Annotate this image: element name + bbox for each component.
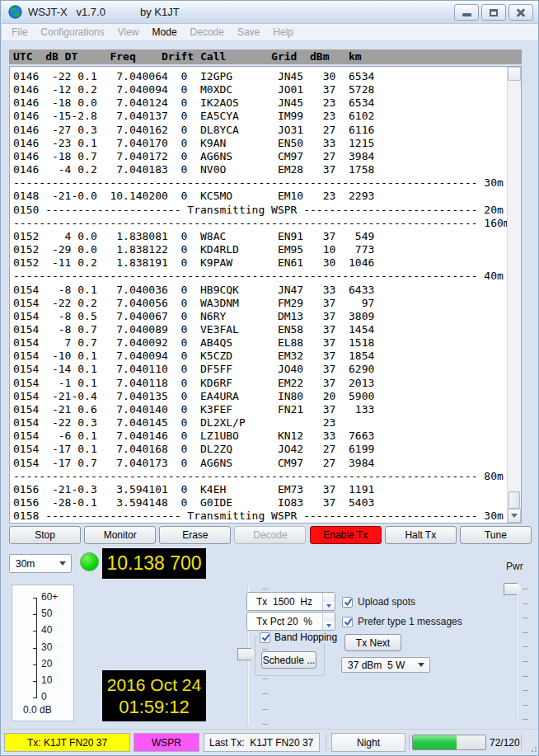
decode-line: 0154 -8 0.5 7.040067 0 N6RY DM13 37 3809 <box>13 310 510 323</box>
wsjtx-window: WSJT-X v1.7.0 by K1JT FileConfigurations… <box>0 0 539 756</box>
power-selector[interactable]: 37 dBm 5 W <box>341 657 430 673</box>
status-bar: Tx: K1JT FN20 37 WSPR Last Tx: K1JT FN20… <box>2 729 539 754</box>
meter-tick-label: 40 <box>41 625 52 636</box>
main-button-row: StopMonitorEraseDecodeEnable TxHalt TxTu… <box>9 526 532 544</box>
chevron-down-icon <box>59 561 66 566</box>
minimize-icon <box>462 13 471 16</box>
slider-tick <box>523 603 528 604</box>
period-panel: Night <box>331 733 405 752</box>
decode-line: 0154 -22 0.3 7.040145 0 DL2XL/P 23 <box>13 416 510 430</box>
decode-line: 0146 -27 0.3 7.040162 0 DL8YCA JO31 27 6… <box>13 124 510 137</box>
decode-line: 0152 -11 0.2 1.838191 0 K9PAW EN61 30 10… <box>13 256 510 270</box>
scrollbar-thumb[interactable] <box>509 491 520 509</box>
menu-bar: FileConfigurationsViewModeDecodeSaveHelp <box>2 24 539 41</box>
slider-tick <box>523 690 528 691</box>
status-divider <box>521 734 522 750</box>
decode-line: 0154 -22 0.2 7.040056 0 WA3DNM FM29 37 9… <box>13 297 510 310</box>
decode-line: 0152 4 0.0 1.838081 0 W8AC EN91 37 549 <box>13 230 510 243</box>
decode-line: 0146 -12 0.2 7.040094 0 M0XDC JO01 37 57… <box>13 83 510 96</box>
band-selector[interactable]: 30m <box>9 554 72 573</box>
enable-tx-button[interactable]: Enable Tx <box>310 526 382 544</box>
band-selector-value: 30m <box>16 558 35 570</box>
menu-mode[interactable]: Mode <box>146 24 184 40</box>
spin-up-button[interactable] <box>323 613 335 622</box>
chevron-down-icon <box>418 663 424 667</box>
tx-next-button[interactable]: Tx Next <box>344 634 401 651</box>
slider-tick <box>523 646 528 647</box>
rx-level-meter: 60+50403020100 0.0 dB <box>12 585 74 721</box>
band-hopping-label: Band Hopping <box>274 632 337 643</box>
pwr-slider-handle[interactable] <box>504 583 523 595</box>
decode-line: 0156 -21-0.3 3.594101 0 K4EH EM73 37 119… <box>13 483 510 496</box>
decode-line: 0154 7 0.7 7.040092 0 AB4QS EL88 37 1518 <box>13 336 510 350</box>
resize-grip[interactable] <box>528 744 537 752</box>
upload-spots-row: Upload spots <box>342 596 415 608</box>
menu-help[interactable]: Help <box>266 24 300 40</box>
decode-line: 0146 -18 0.7 7.040172 0 AG6NS CM97 27 39… <box>13 150 510 163</box>
monitor-button[interactable]: Monitor <box>84 526 156 544</box>
vertical-scrollbar[interactable] <box>507 67 521 523</box>
close-button[interactable] <box>509 4 533 21</box>
transmit-line: 0150 --------------------- Transmitting … <box>13 204 510 217</box>
decode-line: 0154 -10 0.1 7.040094 0 K5CZD EM32 37 18… <box>13 350 510 363</box>
meter-tick-label: 30 <box>41 642 52 653</box>
menu-view[interactable]: View <box>111 24 146 40</box>
maximize-button[interactable] <box>481 4 506 21</box>
maximize-icon <box>490 9 498 16</box>
menu-decode[interactable]: Decode <box>184 24 231 40</box>
window-controls <box>454 4 533 21</box>
spin-up-button[interactable] <box>323 593 335 602</box>
window-title-app: WSJT-X v1.7.0 <box>28 6 105 18</box>
minimize-button[interactable] <box>454 4 479 21</box>
band-hopping-legend: Band Hopping <box>257 632 340 643</box>
prefer-type1-checkbox[interactable] <box>342 617 353 627</box>
menu-save[interactable]: Save <box>231 24 266 40</box>
status-divider <box>409 734 410 750</box>
decode-line: 0156 -28-0.1 3.594148 0 G0IDE IO83 37 54… <box>13 496 510 509</box>
menu-configurations[interactable]: Configurations <box>34 24 110 40</box>
prefer-type1-label: Prefer type 1 messages <box>358 616 462 627</box>
tx-progress-bar <box>412 735 486 750</box>
pwr-slider-groove[interactable] <box>516 584 518 719</box>
meter-tick <box>33 664 37 665</box>
tune-button[interactable]: Tune <box>460 526 532 544</box>
check-icon <box>260 632 271 643</box>
decode-line: 0146 -22 0.1 7.040064 0 I2GPG JN45 30 65… <box>13 70 510 83</box>
menu-file[interactable]: File <box>5 24 34 40</box>
spin-down-button[interactable] <box>323 622 335 631</box>
window-title-byline: by K1JT <box>140 6 180 18</box>
arrow-down-icon <box>326 624 331 627</box>
decode-line: 0154 -6 0.1 7.040146 0 LZ1UBO KN12 33 76… <box>13 430 510 443</box>
decode-line: 0146 -18 0.0 7.040124 0 IK2AOS JN45 23 6… <box>13 96 510 110</box>
tx-progress-label: 72/120 <box>490 733 520 752</box>
tx-pct-value[interactable]: Tx Pct 20 % <box>247 613 321 630</box>
decode-line: 0146 -15-2.8 7.040137 0 EA5CYA IM99 23 6… <box>13 110 510 123</box>
decode-output[interactable]: 0146 -22 0.1 7.040064 0 I2GPG JN45 30 65… <box>9 66 522 524</box>
slider-tick <box>262 693 268 694</box>
tx-freq-value[interactable]: Tx 1500 Hz <box>247 593 321 610</box>
meter-tick-label: 10 <box>41 675 52 686</box>
meter-tick-label: 50 <box>41 608 52 619</box>
meter-tick-label: 0 <box>41 692 47 702</box>
scroll-up-button[interactable] <box>508 67 521 81</box>
schedule-button[interactable]: Schedule ... <box>261 651 316 669</box>
status-divider <box>326 734 326 750</box>
meter-tick-label: 20 <box>41 659 52 669</box>
band-hopping-checkbox[interactable] <box>260 632 270 643</box>
scroll-down-button[interactable] <box>508 509 521 523</box>
slider-tick <box>262 589 268 589</box>
erase-button[interactable]: Erase <box>159 526 231 544</box>
tx-freq-spinbox[interactable]: Tx 1500 Hz <box>246 592 335 611</box>
upload-spots-checkbox[interactable] <box>342 597 353 608</box>
slider-tick <box>523 719 528 720</box>
stop-button[interactable]: Stop <box>9 526 81 544</box>
spin-down-button[interactable] <box>323 602 335 611</box>
halt-tx-button[interactable]: Halt Tx <box>385 526 457 544</box>
tx-pct-spinbox[interactable]: Tx Pct 20 % <box>246 612 335 631</box>
gain-slider-handle[interactable] <box>237 648 256 660</box>
decode-button[interactable]: Decode <box>234 526 306 544</box>
slider-tick <box>262 709 268 710</box>
slider-tick <box>523 589 528 589</box>
arrow-down-icon <box>511 514 518 518</box>
upload-spots-label: Upload spots <box>358 596 415 608</box>
